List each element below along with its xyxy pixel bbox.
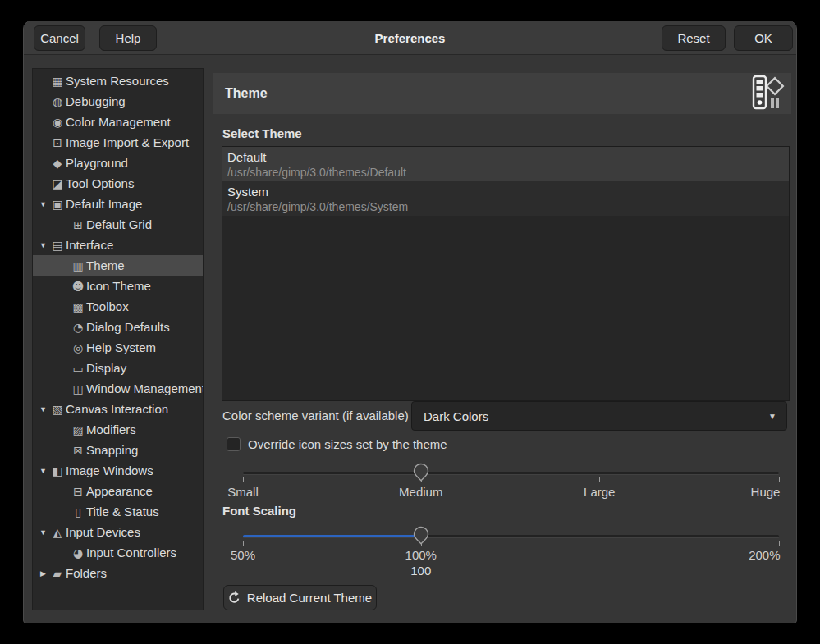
sidebar-item-label: Title & Status (86, 505, 159, 518)
expander-open-icon[interactable]: ▼ (36, 528, 50, 537)
sidebar-item-label: Interface (66, 238, 113, 252)
sidebar-item-label: Debugging (66, 94, 126, 108)
theme-list-item-system[interactable]: System/usr/share/gimp/3.0/themes/System (222, 181, 789, 216)
slider-track[interactable] (243, 472, 779, 474)
dialog-defaults-icon: ◔ (71, 321, 85, 334)
reload-current-theme-button[interactable]: Reload Current Theme (223, 585, 377, 610)
color-scheme-value: Dark Colors (424, 409, 488, 423)
sidebar-item-icon-theme[interactable]: ☻Icon Theme (33, 276, 203, 296)
reset-button[interactable]: Reset (662, 25, 726, 51)
tablet-pen-icon: ◭ (50, 526, 65, 539)
sidebar-item-image-windows[interactable]: ▼◧Image Windows (33, 460, 203, 481)
sidebar-item-label: Icon Theme (86, 279, 151, 293)
sidebar-item-title-status[interactable]: ▯Title & Status (33, 501, 203, 522)
override-icon-sizes-row: Override icon sizes set by the theme (227, 437, 447, 451)
help-lifering-icon: ◎ (71, 341, 85, 354)
slider-mark-label: Medium (399, 485, 442, 499)
icon-theme-icon: ☻ (71, 280, 85, 293)
sidebar-item-input-controllers[interactable]: ◕Input Controllers (33, 542, 203, 563)
sidebar-item-label: System Resources (66, 74, 169, 88)
sidebar-item-label: Default Image (66, 197, 142, 211)
sidebar-item-label: Input Controllers (86, 546, 176, 560)
monitor-icon: ▭ (71, 362, 85, 375)
slider-tick (243, 541, 244, 546)
image-icon: ▣ (50, 198, 65, 211)
cancel-button[interactable]: Cancel (34, 25, 85, 51)
sidebar-item-label: Input Devices (66, 525, 140, 539)
interface-icon: ▤ (50, 239, 65, 252)
slider-mark-label: 50% (231, 548, 255, 562)
expander-open-icon[interactable]: ▼ (36, 467, 50, 475)
slider-handle[interactable] (412, 526, 430, 550)
chevron-down-icon: ▼ (768, 412, 776, 421)
sidebar-item-system-resources[interactable]: ▦System Resources (33, 71, 203, 91)
sidebar-item-label: Image Import & Export (66, 135, 189, 149)
sidebar-item-label: Window Management (86, 381, 204, 395)
title-status-icon: ▯ (71, 505, 85, 518)
sidebar-item-tool-options[interactable]: ◪Tool Options (33, 173, 203, 194)
color-scheme-dropdown[interactable]: Dark Colors ▼ (411, 401, 787, 431)
slider-tick (779, 541, 780, 546)
sidebar-item-input-devices[interactable]: ▼◭Input Devices (33, 522, 203, 542)
slider-tick (779, 477, 780, 482)
sidebar-item-label: Color Management (66, 115, 171, 129)
image-windows-icon: ◧ (50, 464, 65, 477)
titlebar: Cancel Help Preferences Reset OK (24, 21, 796, 55)
override-icon-sizes-checkbox[interactable] (227, 437, 241, 451)
ok-button[interactable]: OK (734, 25, 793, 51)
sidebar-item-label: Display (86, 361, 126, 375)
sidebar-item-label: Appearance (86, 484, 153, 498)
sidebar-item-label: Toolbox (86, 299, 129, 313)
slider-fill (243, 535, 421, 537)
windows-icon: ◫ (71, 382, 85, 395)
sidebar-item-playground[interactable]: ◆Playground (33, 153, 203, 173)
sidebar-item-debugging[interactable]: ◍Debugging (33, 91, 203, 112)
appearance-icon: ⊟ (71, 485, 85, 498)
theme-icon: ▥ (71, 259, 85, 272)
theme-swatchbook-icon (749, 75, 785, 116)
slider-handle[interactable] (412, 463, 430, 486)
icon-size-slider[interactable]: SmallMediumLargeHuge (243, 462, 779, 513)
sidebar-item-label: Snapping (86, 443, 138, 457)
sidebar-item-image-import-export[interactable]: ⊡Image Import & Export (33, 132, 203, 153)
sidebar-item-label: Image Windows (66, 464, 153, 477)
list-column-divider (529, 147, 529, 400)
sidebar-item-default-image[interactable]: ▼▣Default Image (33, 194, 203, 214)
slider-mark-label: 100% (405, 548, 437, 562)
font-scaling-label: Font Scaling (222, 504, 296, 518)
grid-icon: ⊞ (71, 218, 85, 231)
expander-open-icon[interactable]: ▼ (36, 405, 50, 413)
theme-list[interactable]: Default/usr/share/gimp/3.0/themes/Defaul… (222, 146, 790, 401)
help-button[interactable]: Help (99, 25, 157, 51)
sidebar-item-interface[interactable]: ▼▤Interface (33, 235, 203, 255)
sidebar-item-folders[interactable]: ▶▰Folders (33, 563, 203, 583)
expander-open-icon[interactable]: ▼ (36, 241, 50, 249)
preferences-window: Cancel Help Preferences Reset OK ▦System… (23, 21, 797, 623)
refresh-icon (228, 591, 241, 604)
toolbox-icon: ▩ (71, 300, 85, 313)
wilber-debug-icon: ◍ (50, 95, 65, 108)
sidebar-item-dialog-defaults[interactable]: ◔Dialog Defaults (33, 317, 203, 337)
sidebar-item-color-management[interactable]: ◉Color Management (33, 112, 203, 132)
tool-options-icon: ◪ (50, 177, 65, 190)
expander-open-icon[interactable]: ▼ (36, 200, 50, 208)
sidebar-item-help-system[interactable]: ◎Help System (33, 337, 203, 358)
sidebar-item-snapping[interactable]: ⊠Snapping (33, 440, 203, 460)
page-title: Theme (225, 73, 268, 114)
sidebar-item-modifiers[interactable]: ▨Modifiers (33, 419, 203, 440)
expander-closed-icon[interactable]: ▶ (36, 569, 50, 578)
sidebar-item-display[interactable]: ▭Display (33, 358, 203, 378)
sidebar-item-appearance[interactable]: ⊟Appearance (33, 481, 203, 501)
sidebar-item-theme[interactable]: ▥Theme (33, 255, 203, 276)
font-scaling-slider[interactable]: 50%100%200% (243, 525, 779, 576)
sidebar-item-toolbox[interactable]: ▩Toolbox (33, 296, 203, 317)
sidebar-item-window-management[interactable]: ◫Window Management (33, 378, 203, 399)
slider-mark-label: Small (227, 485, 259, 499)
theme-list-item-default[interactable]: Default/usr/share/gimp/3.0/themes/Defaul… (222, 147, 789, 181)
sidebar-item-canvas-interaction[interactable]: ▼▧Canvas Interaction (33, 399, 203, 419)
theme-path: /usr/share/gimp/3.0/themes/Default (227, 165, 789, 180)
folders-icon: ▰ (50, 567, 65, 580)
sidebar-item-default-grid[interactable]: ⊞Default Grid (33, 214, 203, 235)
sidebar-item-label: Tool Options (66, 176, 134, 190)
slider-tick (243, 477, 244, 482)
